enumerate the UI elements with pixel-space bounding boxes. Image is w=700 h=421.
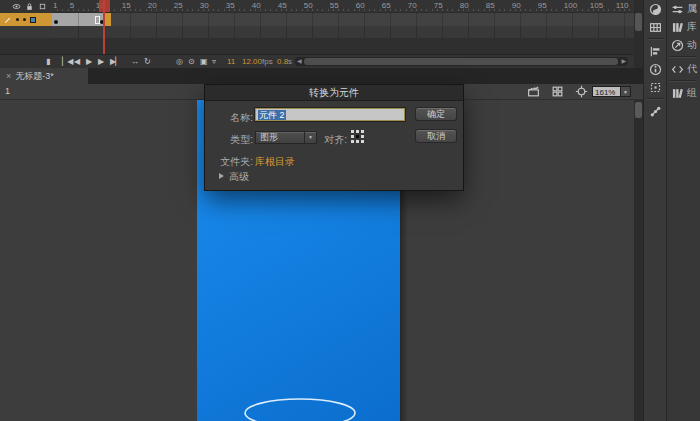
breadcrumb[interactable]: 1 [5, 86, 10, 96]
layer-column-filler [0, 38, 52, 54]
panel-tab-label: 代 [687, 62, 697, 76]
timeline-horizontal-scrollbar[interactable]: ◀ ▶ [295, 57, 628, 66]
panel-tab-motion-presets[interactable]: 动 [667, 36, 700, 54]
selected-type: 图形 [260, 132, 278, 143]
timeline-vertical-scrollbar[interactable] [634, 0, 643, 68]
scroll-left-icon[interactable]: ◀ [297, 57, 302, 66]
onion-skin-outline-icon[interactable]: ⊙ [188, 55, 194, 68]
symbol-type-dropdown[interactable]: 图形 ▼ [255, 131, 317, 144]
layer-column-header [0, 0, 52, 13]
brush-library-icon [671, 87, 684, 100]
layer-outline-color-swatch[interactable] [30, 17, 36, 23]
flip-icon[interactable]: ↻ [144, 55, 150, 68]
playhead-line[interactable] [103, 0, 105, 54]
lock-icon[interactable] [25, 2, 34, 11]
layer-column-empty-row [0, 26, 52, 38]
panel-tab-properties-sliders[interactable]: 属 [667, 0, 700, 18]
stage-vertical-scrollbar[interactable] [634, 100, 643, 421]
modify-markers-icon[interactable]: ▿ [212, 55, 215, 68]
frame-ruler[interactable]: 1510152025303540455055606570758085909510… [52, 0, 634, 13]
scrollbar-thumb[interactable] [635, 13, 642, 31]
step-back-icon[interactable]: ◀ [74, 55, 79, 68]
timeline-frames-area[interactable]: 1510152025303540455055606570758085909510… [52, 0, 634, 54]
folder-link[interactable]: 库根目录 [255, 155, 295, 169]
panel-tab-label: 组 [687, 86, 697, 100]
document-title: 无标题-3* [15, 70, 54, 83]
scrollbar-thumb[interactable] [635, 102, 642, 118]
color-panel-icon[interactable] [644, 0, 667, 18]
go-first-frame-icon[interactable]: ▏◀ [62, 55, 72, 68]
edit-scene-icon[interactable] [527, 85, 540, 98]
current-frame-number[interactable]: 11 [227, 55, 235, 68]
go-last-frame-icon[interactable]: ▶▏ [110, 55, 120, 68]
dialog-title[interactable]: 转换为元件 [205, 85, 463, 101]
panel-tab-code-snippets[interactable]: 代 [667, 60, 700, 78]
ruler-frame-number[interactable]: 100 [564, 1, 577, 10]
type-label: 类型: [217, 133, 253, 147]
eye-icon[interactable] [12, 2, 21, 11]
symbol-name-input[interactable]: 元件 2 [255, 108, 405, 121]
close-icon[interactable]: × [6, 71, 11, 81]
edit-symbol-icon[interactable] [551, 85, 564, 98]
align-label: 对齐: [319, 133, 347, 147]
pencil-icon [3, 15, 12, 24]
elapsed-time-value[interactable]: 0.8 [277, 55, 288, 68]
frame-rate-value[interactable]: 12.00 [242, 55, 262, 68]
current-frame-cell[interactable] [105, 13, 111, 26]
swatches-panel-icon[interactable] [644, 18, 667, 36]
transform-panel-icon[interactable] [644, 78, 667, 96]
library-books-icon [671, 21, 684, 34]
layer-lock-dot[interactable] [23, 18, 26, 21]
collapsed-panel-dock [643, 0, 666, 421]
loop-icon[interactable]: ↔ [131, 55, 138, 68]
document-tab[interactable]: × 无标题-3* [0, 68, 88, 84]
panel-tab-label: 属 [687, 2, 697, 16]
zoom-level-field[interactable]: 161% [592, 86, 621, 97]
end-frame-marker [95, 16, 100, 24]
code-snippets-icon [671, 63, 684, 76]
ruler-frame-number[interactable]: 110 [616, 1, 629, 10]
expand-triangle-icon[interactable] [219, 173, 224, 179]
chevron-down-icon[interactable]: ▼ [621, 86, 631, 97]
flash-app-window: 1510152025303540455055606570758085909510… [0, 0, 700, 421]
outline-icon[interactable] [38, 2, 47, 11]
chevron-down-icon: ▼ [304, 132, 316, 143]
layer-visibility-dot[interactable] [16, 18, 19, 21]
keyframe-dot [54, 20, 58, 24]
info-panel-icon[interactable] [644, 60, 667, 78]
onion-skin-icon[interactable]: ◎ [176, 55, 182, 68]
ruler-frame-number[interactable]: 105 [590, 1, 603, 10]
frame-rate-unit: fps [262, 55, 273, 68]
scrollbar-thumb[interactable] [304, 58, 618, 65]
document-tab-bar: × 无标题-3* [0, 68, 643, 84]
properties-sliders-icon [671, 3, 684, 16]
panel-tab-label: 库 [687, 20, 697, 34]
elapsed-time-unit: s [288, 55, 292, 68]
center-frame-icon[interactable]: ▮ [46, 55, 49, 68]
play-icon[interactable]: ▶ [86, 55, 91, 68]
advanced-label[interactable]: 高级 [229, 170, 249, 184]
folder-label: 文件夹: [207, 155, 253, 169]
timeline-panel: 1510152025303540455055606570758085909510… [0, 0, 634, 68]
scroll-right-icon[interactable]: ▶ [621, 57, 626, 66]
layer-row[interactable] [0, 13, 52, 26]
motion-editor-panel-icon[interactable] [644, 102, 667, 120]
registration-point-grid[interactable] [351, 130, 366, 145]
timeline-footer: 11 12.00 fps 0.8 s ◀ ▶ ▮▏◀◀▶▶▶▏↔↻◎⊙▣▿ [0, 54, 634, 68]
panel-tab-library-books[interactable]: 库 [667, 18, 700, 36]
selected-text: 元件 2 [258, 110, 286, 120]
panel-tab-brush-library[interactable]: 组 [667, 84, 700, 102]
cancel-button[interactable]: 取消 [415, 129, 457, 143]
name-label: 名称: [217, 111, 253, 125]
edit-multiple-frames-icon[interactable]: ▣ [200, 55, 207, 68]
center-stage-icon[interactable] [575, 85, 588, 98]
motion-presets-icon [671, 39, 684, 52]
align-panel-icon[interactable] [644, 42, 667, 60]
panel-tab-dock: 属库动代组 [666, 0, 700, 421]
step-forward-icon[interactable]: ▶ [98, 55, 103, 68]
frames-filler [52, 38, 634, 54]
panel-tab-label: 动 [687, 38, 697, 52]
ok-button[interactable]: 确定 [415, 107, 457, 121]
convert-to-symbol-dialog: 转换为元件 名称: 元件 2 确定 取消 类型: 图形 ▼ 对齐: 文件夹: 库… [205, 85, 463, 190]
